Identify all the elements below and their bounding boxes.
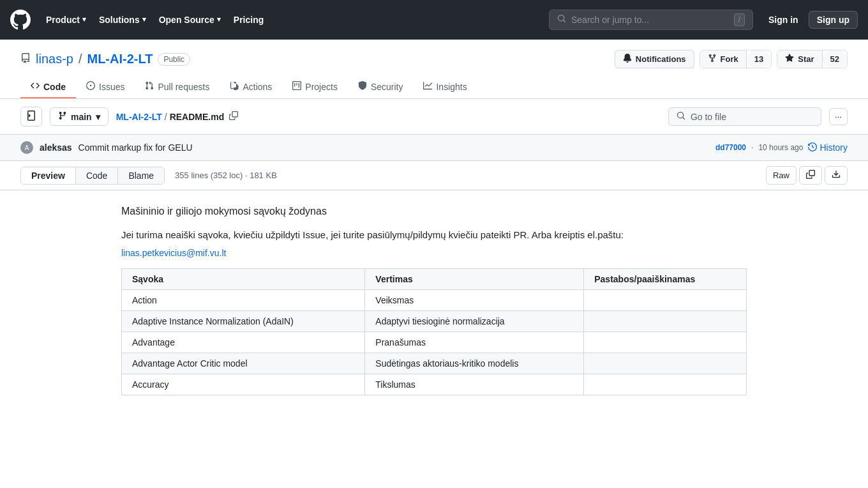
download-icon xyxy=(832,171,841,181)
tab-code[interactable]: Code xyxy=(20,76,76,98)
table-cell: Veiksmas xyxy=(365,290,584,311)
table-cell: Adaptive Instance Normalization (AdaIN) xyxy=(122,311,365,332)
repo-name-link[interactable]: ML-AI-2-LT xyxy=(87,52,153,66)
nav-opensource[interactable]: Open Source ▾ xyxy=(154,10,226,30)
security-icon xyxy=(358,81,367,92)
star-button[interactable]: Star xyxy=(777,50,822,68)
code-icon xyxy=(31,81,40,92)
signup-button[interactable]: Sign up xyxy=(809,11,858,29)
go-to-file-search[interactable]: Go to file xyxy=(668,107,821,126)
search-icon xyxy=(557,14,566,25)
nav-pricing[interactable]: Pricing xyxy=(228,10,269,30)
readme-desc: Jei turima neaiški sąvoka, kviečiu užpil… xyxy=(121,227,747,243)
bell-icon xyxy=(623,54,632,65)
code-tab[interactable]: Code xyxy=(76,167,118,184)
repo-separator: / xyxy=(79,52,82,66)
table-row: Adaptive Instance Normalization (AdaIN)A… xyxy=(122,311,747,332)
pr-icon xyxy=(145,81,154,92)
signin-button[interactable]: Sign in xyxy=(763,11,804,29)
readme-intro: Mašininio ir giliojo mokymosi sąvokų žod… xyxy=(121,206,747,217)
issues-icon xyxy=(86,81,95,92)
table-cell: Advantage Actor Critic model xyxy=(122,353,365,374)
table-row: Advantage Actor Critic modelSudėtingas a… xyxy=(122,353,747,374)
visibility-badge: Public xyxy=(158,53,190,66)
preview-tab[interactable]: Preview xyxy=(21,167,76,184)
table-cell: Accuracy xyxy=(122,374,365,395)
chevron-down-icon: ▾ xyxy=(142,15,146,24)
search-kbd: / xyxy=(734,13,745,26)
search-bar[interactable]: / xyxy=(549,10,753,30)
copy-icon xyxy=(806,171,815,181)
chevron-down-icon: ▾ xyxy=(82,15,86,24)
blame-tab[interactable]: Blame xyxy=(118,167,164,184)
readme-email-link[interactable]: linas.petkevicius@mif.vu.lt xyxy=(121,248,226,258)
copy-path-button[interactable] xyxy=(227,109,241,125)
fork-icon xyxy=(708,54,717,65)
tab-issues[interactable]: Issues xyxy=(76,76,135,98)
commit-author[interactable]: aleksas xyxy=(40,142,72,153)
ellipsis-icon: ··· xyxy=(835,112,842,121)
commit-time: 10 hours ago xyxy=(758,143,803,152)
chevron-down-icon: ▾ xyxy=(96,112,100,122)
repo-icon xyxy=(20,53,31,65)
table-cell xyxy=(584,374,747,395)
fork-button[interactable]: Fork xyxy=(700,50,747,68)
insights-icon xyxy=(423,81,432,92)
commit-message[interactable]: Commit markup fix for GELU xyxy=(79,142,193,153)
nav-product[interactable]: Product ▾ xyxy=(41,10,91,30)
table-cell: Advantage xyxy=(122,332,365,353)
repo-tabs: Code Issues Pull requests Actions Projec… xyxy=(20,76,848,98)
readme-table: Sąvoka Vertimas Pastabos/paaiškinamas Ac… xyxy=(121,268,747,395)
content-area: Mašininio ir giliojo mokymosi sąvokų žod… xyxy=(0,190,868,411)
repo-owner-link[interactable]: linas-p xyxy=(36,52,73,66)
table-cell xyxy=(584,290,747,311)
table-row: AccuracyTikslumas xyxy=(122,374,747,395)
download-button[interactable] xyxy=(825,166,848,185)
repo-header: linas-p / ML-AI-2-LT Public Notification… xyxy=(0,40,868,99)
tab-insights[interactable]: Insights xyxy=(413,76,477,98)
table-row: AdvantagePranašumas xyxy=(122,332,747,353)
history-link[interactable]: History xyxy=(808,142,848,153)
commit-avatar: A xyxy=(20,141,33,154)
commit-hash[interactable]: dd77000 xyxy=(715,143,746,152)
star-icon xyxy=(785,54,794,65)
sidebar-icon xyxy=(26,111,36,123)
table-cell: Action xyxy=(122,290,365,311)
chevron-down-icon: ▾ xyxy=(217,15,221,24)
star-count: 52 xyxy=(823,50,847,68)
breadcrumb-file: README.md xyxy=(170,112,225,122)
view-controls: Preview Code Blame 355 lines (352 loc) ·… xyxy=(0,161,868,190)
file-header-bar: main ▾ ML-AI-2-LT / README.md Go to file… xyxy=(0,99,868,135)
actions-icon xyxy=(230,81,239,92)
more-options-button[interactable]: ··· xyxy=(829,108,848,125)
branch-icon xyxy=(58,111,67,122)
search-icon xyxy=(677,111,685,122)
table-header-vertimas: Vertimas xyxy=(365,269,584,290)
file-stats: 355 lines (352 loc) · 181 KB xyxy=(175,171,277,180)
github-logo[interactable] xyxy=(10,10,31,30)
notifications-button[interactable]: Notifications xyxy=(615,50,694,68)
copy-raw-button[interactable] xyxy=(799,166,822,185)
fork-count: 13 xyxy=(747,50,771,68)
raw-button[interactable]: Raw xyxy=(766,166,797,185)
sidebar-toggle-button[interactable] xyxy=(20,107,42,126)
breadcrumb-repo-link[interactable]: ML-AI-2-LT xyxy=(116,112,162,122)
table-cell xyxy=(584,353,747,374)
table-cell xyxy=(584,332,747,353)
branch-selector[interactable]: main ▾ xyxy=(50,107,108,126)
commit-bar: A aleksas Commit markup fix for GELU dd7… xyxy=(0,135,868,161)
table-cell: Tikslumas xyxy=(365,374,584,395)
tab-projects[interactable]: Projects xyxy=(282,76,348,98)
table-cell: Pranašumas xyxy=(365,332,584,353)
tab-security[interactable]: Security xyxy=(348,76,414,98)
table-cell: Adaptyvi tiesioginė normalizacija xyxy=(365,311,584,332)
table-cell: Sudėtingas aktoriaus-kritiko modelis xyxy=(365,353,584,374)
table-header-pastabos: Pastabos/paaiškinamas xyxy=(584,269,747,290)
tab-actions[interactable]: Actions xyxy=(220,76,282,98)
table-row: ActionVeiksmas xyxy=(122,290,747,311)
search-input[interactable] xyxy=(571,15,729,25)
nav-solutions[interactable]: Solutions ▾ xyxy=(94,10,151,30)
history-icon xyxy=(808,142,817,153)
projects-icon xyxy=(292,81,301,92)
tab-pull-requests[interactable]: Pull requests xyxy=(135,76,220,98)
